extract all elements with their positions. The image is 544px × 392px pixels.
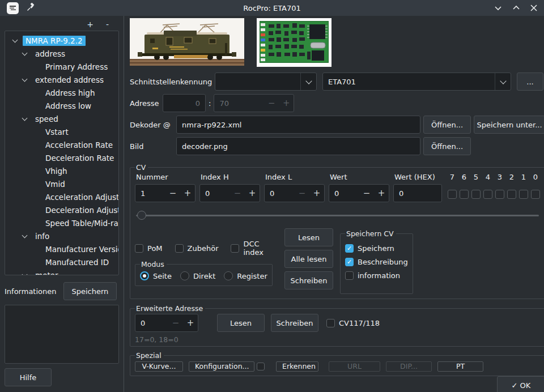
- maximize-icon[interactable]: [512, 5, 520, 11]
- modus-direkt-radio[interactable]: Direkt: [180, 271, 215, 280]
- modus-seite-radio[interactable]: Seite: [140, 271, 172, 280]
- increment-button: +: [279, 98, 294, 108]
- v-kurve-button[interactable]: V-Kurve...: [135, 361, 183, 372]
- cv117-118-checkbox[interactable]: CV117/118: [326, 319, 380, 327]
- bit-2-checkbox[interactable]: [507, 190, 516, 199]
- bild-oeffnen-button[interactable]: Öffnen...: [423, 137, 471, 155]
- pin-icon[interactable]: [27, 3, 35, 13]
- checkbox-box: [231, 244, 239, 253]
- tree-expand-button[interactable]: +: [87, 20, 94, 28]
- interface-combobox[interactable]: [215, 73, 317, 91]
- erkennen-button[interactable]: Erkennen: [276, 361, 318, 372]
- beschreibung-checkbox[interactable]: ✓ Beschreibung: [345, 258, 408, 266]
- erweiterte-adresse-title: Erweiterte Adresse: [135, 304, 205, 313]
- radio-circle: [224, 271, 233, 280]
- decoder-select-combobox[interactable]: ETA701: [322, 73, 511, 91]
- close-icon[interactable]: [530, 5, 537, 11]
- increment-button[interactable]: +: [245, 188, 260, 198]
- informationen-textarea[interactable]: [5, 305, 119, 364]
- erw-schreiben-button[interactable]: Schreiben: [271, 314, 318, 332]
- cv-nummer-spinner[interactable]: 1 − +: [135, 184, 196, 202]
- increment-button[interactable]: +: [374, 188, 389, 198]
- pt-button[interactable]: PT: [437, 361, 483, 372]
- cv-wert-hex-field[interactable]: 0: [393, 184, 442, 202]
- bit-4-checkbox[interactable]: [483, 190, 492, 199]
- increment-button[interactable]: +: [309, 188, 324, 198]
- cv-group: CV Nummer 1 − + Index H 0 − +: [130, 163, 544, 299]
- bild-field[interactable]: decoder.png: [176, 137, 420, 155]
- chevron-down-icon: [22, 76, 28, 82]
- tree-item-acceleration-rate[interactable]: Acceleration Rate: [5, 138, 118, 151]
- speichern-checkbox[interactable]: ✓ Speichern: [345, 244, 408, 253]
- slider-handle[interactable]: [137, 211, 146, 220]
- hilfe-button[interactable]: Hilfe: [5, 368, 52, 386]
- tree-item-motor[interactable]: motor: [5, 269, 118, 275]
- increment-button[interactable]: +: [183, 318, 198, 328]
- cv-value-slider[interactable]: [136, 211, 539, 220]
- tree-item-address-high[interactable]: Address high: [5, 86, 118, 99]
- erweiterte-adresse-spinner[interactable]: 0 − +: [135, 314, 198, 332]
- konfiguration-button[interactable]: Konfiguration...: [189, 361, 254, 372]
- erweiterte-adresse-group: Erweiterte Adresse 0 − + Lesen Schreiben…: [130, 304, 544, 347]
- tree-item-speed[interactable]: speed: [5, 112, 118, 125]
- tree-item-primary-address[interactable]: Primary Address: [5, 60, 118, 73]
- increment-button[interactable]: +: [180, 188, 195, 198]
- tree-item-label: Deceleration Adjustment: [42, 205, 119, 215]
- cv-wert-spinner[interactable]: 0 − +: [329, 184, 389, 202]
- dekoder-field[interactable]: nmra-rp922.xml: [176, 116, 420, 134]
- more-button[interactable]: ...: [517, 73, 543, 91]
- tree-item-info[interactable]: info: [5, 229, 118, 242]
- tree-item-extended-address[interactable]: extended address: [5, 73, 118, 86]
- dekoder-oeffnen-button[interactable]: Öffnen...: [423, 116, 471, 134]
- bit-6-checkbox[interactable]: [460, 190, 469, 199]
- zubehoer-checkbox[interactable]: Zubehör: [175, 244, 219, 253]
- decoder-image: [257, 18, 332, 67]
- tree-item-vhigh[interactable]: Vhigh: [5, 164, 118, 177]
- adresse-label: Adresse: [130, 99, 163, 108]
- adresse-separator: :: [209, 99, 211, 108]
- information-checkbox[interactable]: information: [345, 271, 408, 280]
- tree-item-acceleration-adjustment[interactable]: Acceleration Adjustment: [5, 190, 118, 203]
- tree-item-manufactured-id[interactable]: Manufactured ID: [5, 255, 118, 269]
- tree-item-deceleration-adjustment[interactable]: Deceleration Adjustment: [5, 203, 118, 216]
- cv-alle-lesen-button[interactable]: Alle lesen: [284, 250, 333, 268]
- cv-lesen-button[interactable]: Lesen: [284, 228, 333, 246]
- checkbox-label: information: [358, 271, 400, 280]
- tree-item-speed-table[interactable]: Speed Table/Mid-range: [5, 216, 118, 229]
- speichern-unter-button[interactable]: Speichern unter...: [474, 116, 544, 134]
- title-bar: RocPro: ETA701: [0, 0, 544, 16]
- bit-5-checkbox[interactable]: [471, 190, 481, 199]
- tree-item-manufacturer-version[interactable]: Manufacturer Version: [5, 242, 118, 255]
- bit-0-checkbox[interactable]: [531, 190, 540, 199]
- bit-6-label: 6: [460, 173, 469, 184]
- bit-3-checkbox[interactable]: [495, 190, 504, 199]
- tree-item-vmid[interactable]: Vmid: [5, 177, 118, 190]
- decrement-button[interactable]: −: [295, 188, 309, 198]
- decrement-button[interactable]: −: [168, 318, 183, 328]
- tree-item-address-low[interactable]: Address low: [5, 99, 118, 112]
- dcc-index-checkbox[interactable]: DCC index: [231, 240, 279, 257]
- speichern-info-button[interactable]: Speichern: [63, 282, 117, 300]
- cv-schreiben-button[interactable]: Schreiben: [284, 271, 333, 289]
- cv-index-l-spinner[interactable]: 0 − +: [264, 184, 325, 202]
- bit-7-checkbox[interactable]: [448, 190, 457, 199]
- tree-collapse-button[interactable]: -: [106, 20, 109, 28]
- minimize-icon[interactable]: [494, 5, 502, 11]
- decrement-button[interactable]: −: [165, 188, 180, 198]
- url-button: URL: [329, 361, 380, 372]
- ok-button[interactable]: ✓ OK: [497, 376, 544, 392]
- erw-lesen-button[interactable]: Lesen: [217, 314, 265, 332]
- decrement-button[interactable]: −: [230, 188, 245, 198]
- tree-item-nmra-rp922[interactable]: NMRA RP-9.2.2: [5, 34, 118, 47]
- tree-item-address[interactable]: address: [5, 47, 118, 60]
- konfiguration-checkbox[interactable]: [257, 363, 265, 370]
- cv-index-h-spinner[interactable]: 0 − +: [199, 184, 260, 202]
- tree-item-vstart[interactable]: Vstart: [5, 125, 118, 138]
- decrement-button[interactable]: −: [359, 188, 374, 198]
- bit-1-checkbox[interactable]: [519, 190, 528, 199]
- modus-register-radio[interactable]: Register: [224, 271, 267, 280]
- cv-tree[interactable]: NMRA RP-9.2.2 address Primary Address ex…: [5, 31, 119, 275]
- radio-label: Direkt: [193, 272, 215, 280]
- tree-item-deceleration-rate[interactable]: Deceleration Rate: [5, 151, 118, 164]
- pom-checkbox[interactable]: PoM: [135, 244, 163, 253]
